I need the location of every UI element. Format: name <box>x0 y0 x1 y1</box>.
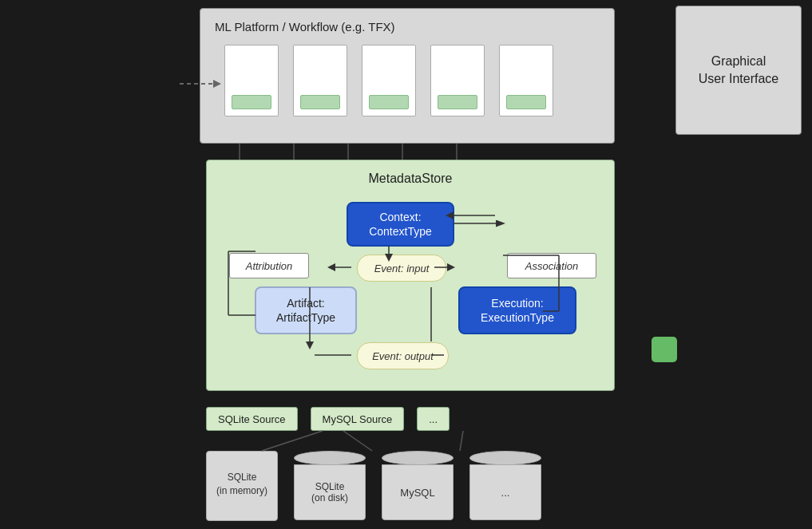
database-row: SQLite(in memory) SQLite(on disk) MySQL … <box>206 451 541 521</box>
ml-components <box>224 45 553 116</box>
context-box: Context:ContextType <box>347 202 454 247</box>
ml-component-5 <box>499 45 553 116</box>
db-cylinder-top-sqlite-disk <box>294 451 366 465</box>
svg-marker-1 <box>213 80 221 88</box>
ml-platform-box: ML Platform / Workflow (e.g. TFX) <box>200 8 615 144</box>
event-output-label: Event: output <box>372 350 434 362</box>
db-other: ... <box>469 451 541 521</box>
source-boxes: SQLite Source MySQL Source ... <box>206 407 450 431</box>
mysql-source-box: MySQL Source <box>311 407 405 431</box>
db-cylinder-top-other <box>469 451 541 465</box>
dashed-arrow-svg <box>180 76 224 92</box>
artifact-box: Artifact:ArtifactType <box>255 286 357 334</box>
association-text: Association <box>525 260 578 272</box>
db-sqlite-memory: SQLite(in memory) <box>206 451 278 521</box>
green-dot <box>652 337 677 362</box>
db-sqlite-disk: SQLite(on disk) <box>294 451 366 521</box>
mysql-source-label: MySQL Source <box>323 413 393 425</box>
execution-label: Execution:ExecutionType <box>481 296 554 325</box>
db-label-sqlite-memory: SQLite(in memory) <box>206 471 278 498</box>
gui-label: GraphicalUser Interface <box>699 53 778 89</box>
ml-platform-label: ML Platform / Workflow (e.g. TFX) <box>215 20 395 34</box>
svg-line-27 <box>262 431 323 451</box>
attribution-text: Attribution <box>246 260 293 272</box>
event-output-box: Event: output <box>357 342 449 369</box>
db-cylinder-top-mysql <box>382 451 454 465</box>
ml-component-1 <box>224 45 279 116</box>
event-input-label: Event: input <box>374 263 430 274</box>
ml-component-2 <box>293 45 347 116</box>
artifact-label: Artifact:ArtifactType <box>276 296 335 325</box>
metadata-store-box: MetadataStore Context:ContextType Attrib… <box>206 160 615 391</box>
svg-line-29 <box>460 431 463 451</box>
db-mysql: MySQL <box>382 451 454 521</box>
ml-component-bar-3 <box>369 95 409 109</box>
svg-line-28 <box>343 431 372 451</box>
db-cylinder-other: ... <box>469 464 541 520</box>
execution-box: Execution:ExecutionType <box>458 286 576 334</box>
ml-component-bar-2 <box>300 95 340 109</box>
ml-component-bar-1 <box>232 95 271 109</box>
sqlite-source-box: SQLite Source <box>206 407 298 431</box>
association-label: Association <box>507 253 596 278</box>
ml-component-4 <box>430 45 485 116</box>
metadata-store-label: MetadataStore <box>369 172 453 186</box>
gui-box: GraphicalUser Interface <box>675 6 802 135</box>
sqlite-source-label: SQLite Source <box>218 413 286 425</box>
attribution-label: Attribution <box>229 253 309 278</box>
db-cylinder-sqlite-disk: SQLite(on disk) <box>294 464 366 520</box>
other-source-label: ... <box>429 413 438 425</box>
ml-component-bar-5 <box>506 95 546 109</box>
event-input-box: Event: input <box>357 255 446 282</box>
ml-component-bar-4 <box>438 95 477 109</box>
db-cylinder-mysql: MySQL <box>382 464 454 520</box>
diagram-container: ML Platform / Workflow (e.g. TFX) Graphi… <box>0 0 812 529</box>
context-label: Context:ContextType <box>369 210 432 239</box>
other-source-box: ... <box>417 407 450 431</box>
ml-component-3 <box>362 45 416 116</box>
